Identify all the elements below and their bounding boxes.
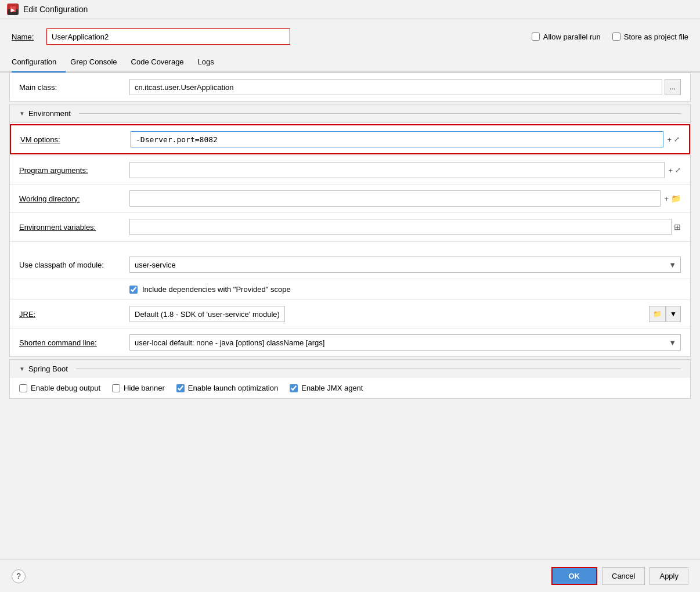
main-class-browse-button[interactable]: ... xyxy=(665,79,681,95)
program-arguments-input[interactable] xyxy=(129,162,665,178)
working-dir-add-icon[interactable]: + xyxy=(664,194,669,203)
main-class-row: Main class: ... xyxy=(10,73,690,101)
working-directory-row: Working directory: + 📁 xyxy=(10,185,690,213)
enable-debug-output-item: Enable debug output xyxy=(19,384,100,392)
shorten-command-line-select[interactable]: user-local default: none - java [options… xyxy=(129,334,681,351)
shorten-command-line-label: Shorten command line: xyxy=(19,338,129,347)
enable-launch-optimization-label: Enable launch optimization xyxy=(188,384,278,392)
main-content: Main class: ... ▼ Environment VM options… xyxy=(0,73,700,559)
title-bar: ▶ Edit Configuration xyxy=(0,0,700,19)
spring-boot-triangle-icon: ▼ xyxy=(19,366,25,372)
vm-options-row: VM options: + ⤢ xyxy=(10,124,690,154)
hide-banner-checkbox[interactable] xyxy=(112,384,120,392)
allow-parallel-run-item: Allow parallel run xyxy=(532,33,601,41)
name-input[interactable] xyxy=(46,28,290,45)
enable-debug-output-checkbox[interactable] xyxy=(19,384,27,392)
jre-label: JRE: xyxy=(19,310,129,319)
environment-variables-input[interactable] xyxy=(129,219,672,235)
help-button[interactable]: ? xyxy=(12,569,26,583)
cancel-button[interactable]: Cancel xyxy=(602,567,645,585)
jre-buttons: 📁 ▼ xyxy=(649,306,681,322)
main-class-label: Main class: xyxy=(19,83,129,92)
jre-select[interactable]: Default (1.8 - SDK of 'user-service' mod… xyxy=(129,306,285,322)
store-as-project-file-label: Store as project file xyxy=(624,33,688,41)
header-checkboxes: Allow parallel run Store as project file xyxy=(532,33,688,41)
use-classpath-row: Use classpath of module: user-service ▼ xyxy=(10,251,690,279)
edit-configuration-dialog: ▶ Edit Configuration Name: Allow paralle… xyxy=(0,0,700,592)
spring-boot-checkboxes-row: Enable debug output Hide banner Enable l… xyxy=(10,378,690,398)
program-args-expand-buttons: + ⤢ xyxy=(668,166,681,175)
environment-section-header[interactable]: ▼ Environment xyxy=(10,104,690,123)
spacer-row xyxy=(10,241,690,251)
jre-browse-button[interactable]: 📁 xyxy=(649,306,666,322)
allow-parallel-run-checkbox[interactable] xyxy=(532,33,540,41)
main-class-input[interactable] xyxy=(129,79,662,95)
environment-variables-row: Environment variables: ⊞ xyxy=(10,213,690,241)
vm-options-input[interactable] xyxy=(131,131,663,147)
program-args-expand-icon[interactable]: ⤢ xyxy=(675,166,681,174)
working-dir-browse-icon[interactable]: 📁 xyxy=(671,194,681,203)
tab-grep-console[interactable]: Grep Console xyxy=(70,53,126,73)
include-dependencies-label: Include dependencies with "Provided" sco… xyxy=(142,285,291,294)
spring-boot-label: Spring Boot xyxy=(28,364,68,373)
shorten-command-line-select-wrapper: user-local default: none - java [options… xyxy=(129,334,681,351)
working-directory-label: Working directory: xyxy=(19,194,129,203)
jre-select-wrapper: Default (1.8 - SDK of 'user-service' mod… xyxy=(129,306,647,322)
spring-boot-divider xyxy=(76,369,681,369)
working-directory-input[interactable] xyxy=(129,190,661,207)
section-divider xyxy=(79,113,681,114)
spring-boot-section: ▼ Spring Boot Enable debug output Hide b… xyxy=(9,359,691,399)
program-args-add-icon[interactable]: + xyxy=(668,166,673,175)
app-icon: ▶ xyxy=(7,3,19,15)
ok-button[interactable]: OK xyxy=(551,567,598,585)
env-var-copy-icon[interactable]: ⊞ xyxy=(674,222,681,232)
use-classpath-label: Use classpath of module: xyxy=(19,261,129,269)
dialog-title: Edit Configuration xyxy=(23,5,88,14)
enable-debug-output-label: Enable debug output xyxy=(31,384,100,392)
svg-text:▶: ▶ xyxy=(11,8,15,13)
enable-jmx-agent-item: Enable JMX agent xyxy=(290,384,363,392)
enable-jmx-agent-checkbox[interactable] xyxy=(290,384,298,392)
jre-row: JRE: Default (1.8 - SDK of 'user-service… xyxy=(10,300,690,329)
shorten-command-line-row: Shorten command line: user-local default… xyxy=(10,329,690,356)
environment-section: ▼ Environment VM options: + ⤢ Program ar… xyxy=(9,104,691,357)
allow-parallel-run-label: Allow parallel run xyxy=(543,33,601,41)
vm-options-label: VM options: xyxy=(20,135,131,144)
store-as-project-file-item: Store as project file xyxy=(612,33,688,41)
include-dependencies-checkbox[interactable] xyxy=(129,286,138,294)
name-row: Name: Allow parallel run Store as projec… xyxy=(0,19,700,52)
program-arguments-row: Program arguments: + ⤢ xyxy=(10,156,690,185)
footer: ? OK Cancel Apply xyxy=(0,559,700,592)
collapse-triangle-icon: ▼ xyxy=(19,110,25,117)
enable-launch-optimization-checkbox[interactable] xyxy=(176,384,185,392)
hide-banner-label: Hide banner xyxy=(124,384,165,392)
environment-label: Environment xyxy=(28,109,71,118)
store-as-project-file-checkbox[interactable] xyxy=(612,33,620,41)
program-arguments-label: Program arguments: xyxy=(19,166,129,175)
tab-logs[interactable]: Logs xyxy=(198,53,223,73)
tab-code-coverage[interactable]: Code Coverage xyxy=(131,53,193,73)
enable-jmx-agent-label: Enable JMX agent xyxy=(301,384,363,392)
vm-options-expand-icon[interactable]: ⤢ xyxy=(674,135,680,143)
env-var-input-wrapper: ⊞ xyxy=(129,219,681,235)
apply-button[interactable]: Apply xyxy=(650,567,688,585)
footer-action-buttons: OK Cancel Apply xyxy=(551,567,689,585)
jre-dropdown-button[interactable]: ▼ xyxy=(666,306,681,322)
vm-options-add-icon[interactable]: + xyxy=(667,135,672,144)
hide-banner-item: Hide banner xyxy=(112,384,165,392)
tabs-bar: Configuration Grep Console Code Coverage… xyxy=(0,52,700,73)
use-classpath-select[interactable]: user-service xyxy=(129,257,681,273)
spring-boot-header[interactable]: ▼ Spring Boot xyxy=(10,360,690,378)
main-class-section: Main class: ... xyxy=(9,73,691,102)
enable-launch-optimization-item: Enable launch optimization xyxy=(176,384,278,392)
name-label: Name: xyxy=(12,33,39,41)
use-classpath-dropdown-wrapper: user-service ▼ xyxy=(129,257,681,273)
include-dependencies-row: Include dependencies with "Provided" sco… xyxy=(10,279,690,300)
vm-options-expand-buttons: + ⤢ xyxy=(667,135,680,144)
working-dir-expand-buttons: + 📁 xyxy=(664,194,681,203)
tab-configuration[interactable]: Configuration xyxy=(12,53,66,73)
environment-variables-label: Environment variables: xyxy=(19,223,129,232)
